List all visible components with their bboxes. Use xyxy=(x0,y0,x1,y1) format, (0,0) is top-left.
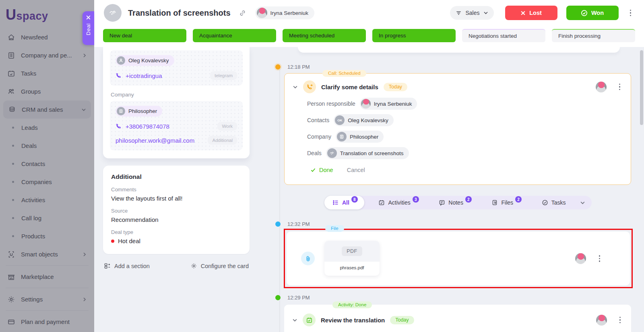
won-button[interactable]: Won xyxy=(566,6,619,20)
person-chip[interactable]: Iryna Serbeniuk xyxy=(360,98,417,110)
company-chip[interactable]: Philosopher xyxy=(116,106,162,117)
building-icon xyxy=(337,132,347,141)
collapse-chevron-icon[interactable] xyxy=(293,84,298,90)
owner-name: Iryna Serbeniuk xyxy=(270,10,309,16)
due-badge: Today xyxy=(390,316,414,324)
email-type-tag: Additional xyxy=(208,136,237,145)
row-label: Person responsible xyxy=(307,100,355,107)
tab-files[interactable]: Files 2 xyxy=(486,196,527,209)
page-title: Translation of screenshots xyxy=(128,8,231,18)
timeline-column: 12:18 PM Call: Scheduled Clarify some de… xyxy=(260,47,644,332)
close-icon[interactable] xyxy=(86,15,91,20)
company-email-link[interactable]: philosopher.work@gmail.com xyxy=(116,137,194,144)
tabs-expand-chevron[interactable] xyxy=(580,200,585,205)
activity-title: Review the translation xyxy=(321,317,385,324)
card-kebab-menu[interactable] xyxy=(617,81,623,93)
done-button[interactable]: Done xyxy=(310,167,333,173)
deal-header: Translation of screenshots Iryna Serbeni… xyxy=(94,0,644,26)
tab-tasks[interactable]: Tasks xyxy=(536,196,572,209)
tab-count-badge: 2 xyxy=(465,196,472,203)
contact-phone-link[interactable]: +icotradingua xyxy=(116,72,162,79)
copy-link-icon[interactable] xyxy=(239,9,246,17)
additional-title: Additional xyxy=(111,173,242,180)
phone-type-tag: Work xyxy=(217,122,237,131)
deal-content: Oleg Kovalevsky +icotradingua telegram C… xyxy=(94,47,644,332)
lost-button[interactable]: Lost xyxy=(505,6,557,20)
file-attachment-tile[interactable]: PDF phrases.pdf xyxy=(324,241,380,276)
field-value-hot-deal: Hot deal xyxy=(111,238,242,244)
deal-chip[interactable]: Translation of screenshots xyxy=(326,147,409,159)
paperclip-icon xyxy=(301,252,315,265)
tab-activities[interactable]: Activities 3 xyxy=(373,196,424,209)
company-info-box: Philosopher +380679874078 Work philosoph… xyxy=(110,101,243,150)
deal-tab-label: Deal xyxy=(85,23,91,35)
stage-acquaintance[interactable]: Acquaintance xyxy=(193,29,276,42)
calendar-icon xyxy=(378,199,385,206)
deal-panel-tab[interactable]: Deal xyxy=(83,11,94,45)
contact-info-box: Oleg Kovalevsky +icotradingua telegram xyxy=(110,50,243,86)
stage-new-deal[interactable]: New deal xyxy=(103,29,186,42)
lost-label: Lost xyxy=(529,10,542,16)
timeline-dot-orange xyxy=(275,64,281,70)
handshake-icon xyxy=(108,8,117,17)
row-label: Deals xyxy=(307,150,322,156)
handshake-icon xyxy=(327,148,337,158)
file-card: PDF phrases.pdf xyxy=(287,232,630,285)
note-icon xyxy=(439,199,445,206)
file-type-label: PDF xyxy=(342,246,362,256)
annotation-highlight-rect: File PDF phrases.pdf xyxy=(284,229,633,288)
card-kebab-menu[interactable] xyxy=(597,253,603,264)
stage-in-progress[interactable]: In progress xyxy=(372,29,456,42)
scrollbar-thumb[interactable] xyxy=(640,50,643,125)
gear-icon xyxy=(190,262,197,269)
pipeline-stage-bar: New deal Acquaintance Meeting scheduled … xyxy=(94,26,644,42)
check-icon xyxy=(310,167,316,173)
tab-count-badge: 8 xyxy=(351,196,358,203)
check-circle-icon xyxy=(581,10,588,16)
company-phone-link[interactable]: +380679874078 xyxy=(116,123,169,130)
tab-notes[interactable]: Notes 2 xyxy=(433,196,477,209)
tab-all[interactable]: All 8 xyxy=(324,196,364,209)
sidebar: Uspacy Newsfeed Company and pe... Tasks … xyxy=(0,0,94,332)
cancel-button[interactable]: Cancel xyxy=(347,167,365,173)
avatar xyxy=(361,99,371,109)
sidebar-dim-overlay xyxy=(0,0,94,332)
company-section-label: Company xyxy=(111,92,242,98)
owner-chip[interactable]: Iryna Serbeniuk xyxy=(255,6,315,19)
activity-done-card: Activity: Done Review the translation To… xyxy=(284,305,631,332)
add-section-icon xyxy=(104,262,111,269)
filter-icon xyxy=(456,10,462,16)
contact-chip[interactable]: Oleg Kovalevsky xyxy=(116,55,174,66)
call-activity-card: Call: Scheduled Clarify some details Tod… xyxy=(284,73,631,185)
card-footer-actions: Add a section Configure the card xyxy=(103,262,250,269)
row-label: Contacts xyxy=(307,117,329,123)
previous-card-edge xyxy=(298,47,620,53)
deal-info-column: Oleg Kovalevsky +icotradingua telegram C… xyxy=(94,47,260,332)
stage-meeting-scheduled[interactable]: Meeting scheduled xyxy=(283,29,366,42)
configure-card-button[interactable]: Configure the card xyxy=(190,262,249,269)
stage-negotiations-started[interactable]: Negotiations started xyxy=(462,29,545,42)
company-chip[interactable]: Philosopher xyxy=(336,131,384,143)
tab-count-badge: 3 xyxy=(413,196,419,203)
stage-finish-processing[interactable]: Finish processing xyxy=(552,29,635,42)
contact-name: Oleg Kovalevsky xyxy=(128,57,169,64)
header-kebab-menu[interactable] xyxy=(627,7,634,19)
timeline-entry-time: 12:18 PM xyxy=(275,64,633,70)
timeline-filter-tabs: All 8 Activities 3 Notes 2 xyxy=(324,196,592,209)
person-icon xyxy=(117,56,125,65)
row-label: Company xyxy=(307,133,331,140)
field-label: Deal type xyxy=(111,229,242,235)
file-icon xyxy=(491,199,498,206)
add-section-button[interactable]: Add a section xyxy=(104,262,150,269)
funnel-name: Sales xyxy=(465,10,479,16)
funnel-selector[interactable]: Sales xyxy=(450,6,493,20)
won-label: Won xyxy=(591,10,604,16)
timeline-line xyxy=(279,70,280,332)
timeline-entry-time: 12:29 PM xyxy=(275,295,633,301)
contact-chip[interactable]: OKOleg Kovalevsky xyxy=(334,114,394,126)
deal-panel: Translation of screenshots Iryna Serbeni… xyxy=(94,0,644,332)
initials-avatar: OK xyxy=(335,115,345,125)
card-kebab-menu[interactable] xyxy=(617,314,623,326)
collapse-chevron-icon[interactable] xyxy=(292,318,297,323)
activity-calendar-icon xyxy=(303,314,316,326)
